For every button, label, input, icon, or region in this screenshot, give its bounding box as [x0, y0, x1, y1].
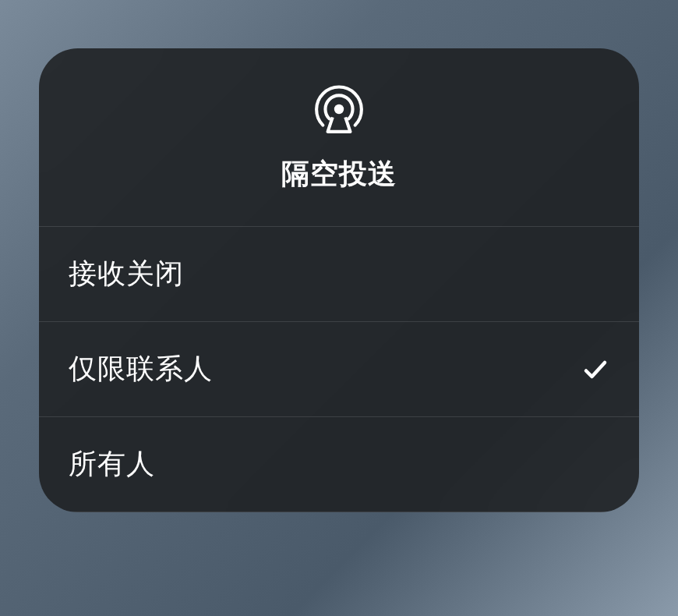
- airdrop-panel: 隔空投送 接收关闭 仅限联系人 所有人: [39, 48, 639, 512]
- check-icon: [581, 356, 609, 384]
- option-everyone[interactable]: 所有人: [39, 417, 639, 512]
- airdrop-icon: [313, 83, 365, 135]
- svg-point-0: [334, 104, 344, 114]
- option-contacts-only[interactable]: 仅限联系人: [39, 322, 639, 417]
- panel-title: 隔空投送: [281, 155, 397, 193]
- panel-header: 隔空投送: [39, 48, 639, 227]
- option-label: 接收关闭: [69, 255, 184, 293]
- option-label: 所有人: [69, 445, 155, 483]
- option-label: 仅限联系人: [69, 350, 213, 388]
- option-receiving-off[interactable]: 接收关闭: [39, 227, 639, 322]
